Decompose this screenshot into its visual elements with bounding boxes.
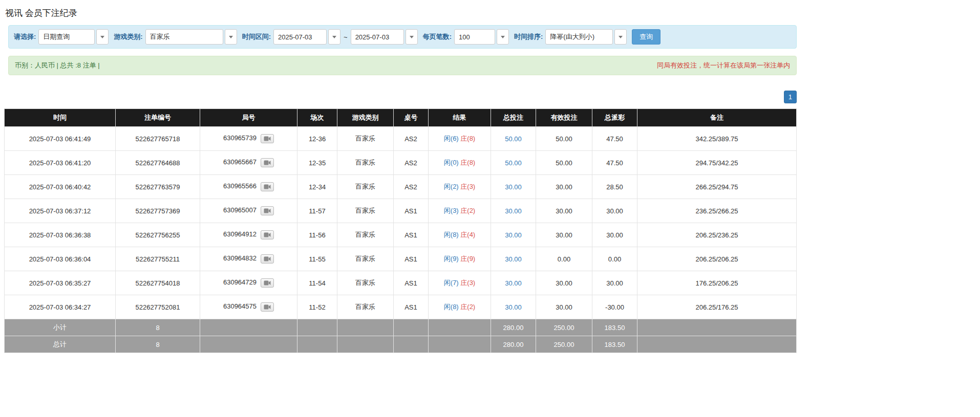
column-header: 场次 — [297, 109, 337, 127]
game-type-dropdown-button[interactable] — [225, 29, 237, 45]
column-header: 有效投注 — [536, 109, 592, 127]
note-cell: 206.25/176.25 — [637, 295, 797, 319]
game-type-select — [145, 29, 237, 45]
time-cell: 2025-07-03 06:34:27 — [5, 295, 116, 319]
round-replay-button[interactable] — [261, 206, 274, 215]
total-bet-link[interactable]: 30.00 — [505, 303, 522, 311]
round-replay-button[interactable] — [261, 134, 274, 143]
total-bet-link[interactable]: 30.00 — [505, 231, 522, 239]
query-type-dropdown-button[interactable] — [96, 29, 109, 45]
game-type-cell: 百家乐 — [337, 151, 394, 175]
video-replay-icon — [264, 184, 271, 190]
page-title: 视讯 会员下注纪录 — [5, 7, 797, 19]
result-player: 闲(8) — [444, 231, 459, 238]
session-cell: 11-57 — [297, 199, 337, 223]
table-no-cell: AS1 — [394, 247, 429, 271]
total-bet-link[interactable]: 50.00 — [505, 159, 522, 167]
result-banker: 庄(8) — [460, 135, 475, 142]
query-type-select — [38, 29, 109, 45]
total-bet-link[interactable]: 30.00 — [505, 183, 522, 191]
bet-id-cell: 522627754018 — [116, 271, 200, 295]
footer-count-cell: 8 — [116, 336, 200, 353]
time-cell: 2025-07-03 06:41:49 — [5, 127, 116, 151]
round-id: 630964912 — [223, 230, 257, 238]
column-header: 局号 — [200, 109, 297, 127]
total-bet-cell: 30.00 — [491, 175, 536, 199]
total-bet-cell: 50.00 — [491, 151, 536, 175]
session-cell: 11-55 — [297, 247, 337, 271]
video-replay-icon — [264, 304, 271, 310]
time-cell: 2025-07-03 06:35:27 — [5, 271, 116, 295]
round-id: 630964575 — [223, 302, 257, 310]
total-bet-link[interactable]: 50.00 — [505, 135, 522, 143]
note-cell: 206.25/236.25 — [637, 223, 797, 247]
date-range-separator: ~ — [344, 33, 348, 41]
sort-dropdown-button[interactable] — [614, 29, 627, 45]
bet-row: 2025-07-03 06:41:49522627765718630965739… — [5, 127, 797, 151]
time-cell: 2025-07-03 06:37:12 — [5, 199, 116, 223]
footer-payout-cell: 183.50 — [592, 319, 637, 336]
caret-down-icon — [332, 36, 336, 38]
footer-label-cell: 小计 — [5, 319, 116, 336]
column-header: 时间 — [5, 109, 116, 127]
caret-down-icon — [501, 36, 505, 38]
bet-row: 2025-07-03 06:34:27522627752081630964575… — [5, 295, 797, 319]
filter-group-page-size: 每页笔数: — [423, 29, 509, 45]
result-cell: 闲(6) 庄(8) — [429, 127, 491, 151]
total-bet-link[interactable]: 30.00 — [505, 207, 522, 215]
bet-row: 2025-07-03 06:41:20522627764688630965667… — [5, 151, 797, 175]
date-from-input[interactable] — [273, 29, 327, 45]
valid-bet-cell: 30.00 — [536, 199, 592, 223]
round-cell: 630964832 — [200, 247, 297, 271]
pagination: 1 — [4, 91, 797, 103]
page-size-dropdown-button[interactable] — [497, 29, 509, 45]
page-button-1[interactable]: 1 — [784, 91, 797, 103]
result-player: 闲(0) — [444, 159, 459, 166]
date-from-dropdown-button[interactable] — [328, 29, 340, 45]
round-replay-button[interactable] — [261, 254, 274, 264]
round-cell: 630964575 — [200, 295, 297, 319]
round-id: 630965566 — [223, 182, 257, 190]
payout-cell: 30.00 — [592, 271, 637, 295]
total-bet-cell: 30.00 — [491, 295, 536, 319]
session-cell: 12-34 — [297, 175, 337, 199]
round-replay-button[interactable] — [261, 230, 274, 239]
column-header: 游戏类别 — [337, 109, 394, 127]
game-type-cell: 百家乐 — [337, 271, 394, 295]
result-player: 闲(7) — [444, 279, 459, 287]
sort-input[interactable] — [545, 29, 613, 45]
bet-id-cell: 522627755211 — [116, 247, 200, 271]
footer-empty-cell — [297, 336, 337, 353]
result-player: 闲(3) — [444, 207, 459, 214]
round-replay-button[interactable] — [261, 302, 274, 312]
total-bet-link[interactable]: 30.00 — [505, 255, 522, 263]
video-replay-icon — [264, 160, 271, 166]
date-from-select — [273, 29, 340, 45]
date-to-input[interactable] — [351, 29, 404, 45]
result-player: 闲(8) — [444, 303, 459, 311]
total-bet-cell: 30.00 — [491, 271, 536, 295]
result-banker: 庄(8) — [460, 159, 475, 166]
bet-id-cell: 522627757369 — [116, 199, 200, 223]
date-to-dropdown-button[interactable] — [406, 29, 418, 45]
footer-empty-cell — [337, 319, 394, 336]
session-cell: 12-35 — [297, 151, 337, 175]
query-type-input[interactable] — [38, 29, 95, 45]
note-cell: 342.25/389.75 — [637, 127, 797, 151]
caret-down-icon — [100, 36, 104, 38]
result-banker: 庄(4) — [460, 231, 475, 238]
filter-group-sort: 时间排序: — [514, 29, 627, 45]
video-replay-icon — [264, 136, 271, 142]
footer-empty-cell — [200, 319, 297, 336]
game-type-input[interactable] — [145, 29, 223, 45]
total-bet-link[interactable]: 30.00 — [505, 279, 522, 287]
round-replay-button[interactable] — [261, 182, 274, 191]
result-cell: 闲(2) 庄(3) — [429, 175, 491, 199]
total-bet-cell: 50.00 — [491, 127, 536, 151]
page-size-input[interactable] — [454, 29, 495, 45]
result-cell: 闲(8) 庄(4) — [429, 223, 491, 247]
round-replay-button[interactable] — [261, 158, 274, 167]
round-cell: 630965739 — [200, 127, 297, 151]
search-button[interactable]: 查询 — [632, 29, 661, 45]
round-replay-button[interactable] — [261, 278, 274, 288]
